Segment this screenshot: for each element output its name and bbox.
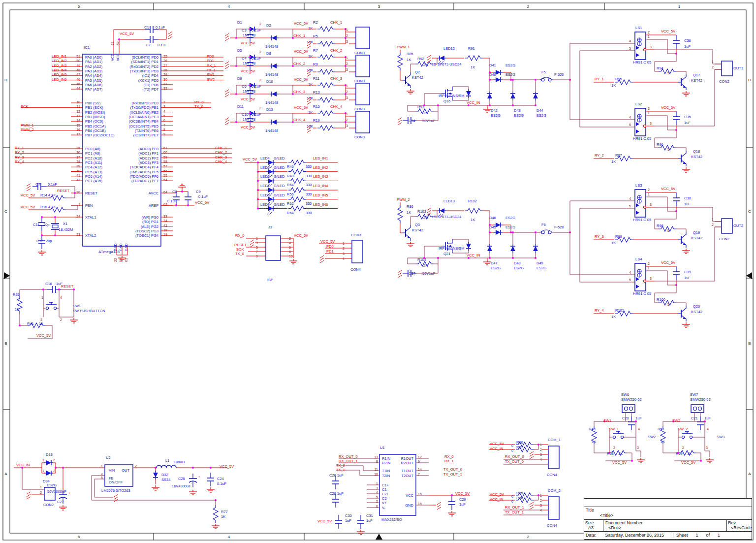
doc-cell: Document Number <Doc> <box>603 520 727 531</box>
label: TX_0 <box>235 252 244 256</box>
wire <box>398 205 403 223</box>
label: PWM_2 <box>397 197 410 202</box>
junction-dot <box>235 121 237 123</box>
wire <box>317 41 335 46</box>
label: 10K <box>307 68 313 72</box>
label: C2- <box>382 496 388 501</box>
junction-dot <box>175 204 177 206</box>
label: 28 <box>163 68 167 72</box>
label: R58 <box>607 451 614 456</box>
label: 33 <box>163 215 167 218</box>
wire <box>320 258 324 260</box>
ground-symbol <box>448 511 456 516</box>
component-box <box>52 225 58 228</box>
label: (T2) PD7 <box>144 87 158 92</box>
label: 4 <box>228 4 230 9</box>
label: 0 <box>511 500 513 503</box>
ground-symbol <box>59 505 67 510</box>
junction-dot <box>345 93 346 95</box>
wire <box>320 256 324 258</box>
diode-symbol <box>510 246 515 251</box>
label: 12 <box>76 110 80 113</box>
label: 1K <box>661 440 665 444</box>
label: (TOSC1) PG4 <box>135 233 158 238</box>
diode-symbol <box>466 91 471 96</box>
ground-symbol <box>38 250 46 255</box>
label: IRF9540NS/SM <box>439 94 465 98</box>
label: 3 <box>346 96 348 99</box>
label: 1uF <box>684 44 691 49</box>
diode-symbol <box>268 206 273 211</box>
junction-dot <box>235 37 237 39</box>
label: 1uF <box>684 202 691 206</box>
component-box <box>356 83 370 105</box>
junction-dot <box>73 288 75 290</box>
inductor-symbol <box>157 465 176 468</box>
label: 3 <box>637 446 639 449</box>
label: D10 <box>266 79 273 84</box>
label: PD1 <box>207 59 214 63</box>
label: C <box>748 209 751 214</box>
label: VIN <box>109 468 115 473</box>
label: F-520 <box>554 72 564 77</box>
label: 3 <box>346 124 348 128</box>
label: R102 <box>468 199 477 203</box>
label: 1uF <box>704 416 711 420</box>
label: CHK_4 <box>293 118 305 122</box>
component-box <box>266 236 281 260</box>
label: RESET <box>234 243 247 247</box>
wire <box>594 421 604 426</box>
wire <box>168 34 172 36</box>
label: 20 <box>76 191 80 194</box>
label: PD1 <box>326 249 334 254</box>
label: R46 <box>287 164 294 169</box>
label: LED_IN1 <box>52 54 66 59</box>
junction-dot <box>537 444 539 446</box>
diode-symbol <box>272 35 277 40</box>
wire <box>225 33 229 36</box>
ground-symbol <box>357 530 365 535</box>
npn-emitter-arrow <box>683 161 686 164</box>
label: VCC_5V <box>21 193 35 197</box>
label: TX_OUT_0 <box>505 459 524 464</box>
wire <box>406 72 410 79</box>
wire <box>434 258 438 264</box>
label: VCC_IN <box>467 253 480 257</box>
label: R100 <box>657 297 665 302</box>
label: 3 <box>706 446 708 449</box>
label: 4 <box>629 116 631 119</box>
label: 3 <box>650 203 652 206</box>
relay-contact <box>644 125 646 128</box>
label: ES2G <box>491 266 501 270</box>
label: 1 <box>712 218 714 221</box>
label: SW1 <box>603 418 611 423</box>
label: RESET <box>85 191 97 195</box>
label: PB1 (SCK) <box>85 105 103 110</box>
label: PC3 (A11) <box>85 160 102 165</box>
label: CON3 <box>354 135 365 139</box>
label: CHK_1 <box>293 33 305 38</box>
label: D5 <box>237 48 242 53</box>
label: PB4 (OC0) <box>85 119 103 124</box>
wire <box>225 66 229 69</box>
label: VCC_5V <box>612 460 627 465</box>
wire <box>427 210 431 213</box>
label: C20 <box>622 416 629 420</box>
label: 14 <box>76 119 80 122</box>
label: 60 <box>163 151 167 154</box>
label: LED8 <box>260 193 270 197</box>
title-label: Title <box>586 508 594 512</box>
wire <box>636 451 641 457</box>
wire <box>307 46 311 48</box>
junction-dot <box>292 93 294 95</box>
label: 1 <box>678 4 681 9</box>
label: LED_IN1 <box>313 156 328 160</box>
label: 1K <box>308 54 313 59</box>
header-pin <box>625 407 628 411</box>
label: PC2 (A10) <box>85 156 103 160</box>
label: R91 <box>468 46 475 51</box>
ground-symbol <box>682 322 690 327</box>
label: 1uF <box>345 518 351 523</box>
junction-dot <box>187 204 189 206</box>
label: R18 4.7K <box>40 205 56 209</box>
